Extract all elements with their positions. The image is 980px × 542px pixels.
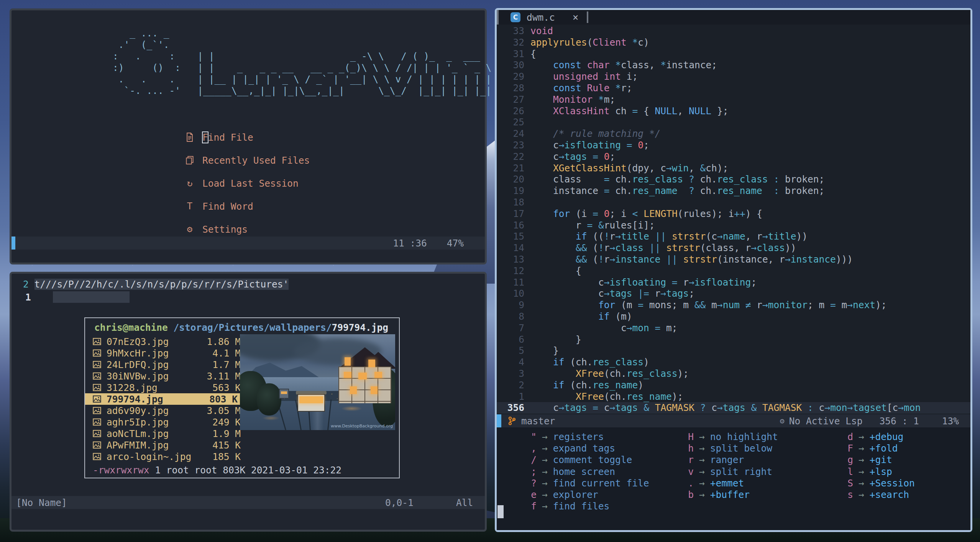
code-line: 10 c→tags |= r→tags; bbox=[497, 288, 970, 299]
tab-dwm-c[interactable]: C dwm.c × bbox=[511, 10, 588, 25]
file-row[interactable]: 30iNVBw.jpg3.11 M bbox=[85, 370, 246, 382]
lit-window bbox=[374, 372, 382, 378]
file-row[interactable]: arco-login~.jpg185 K bbox=[85, 451, 246, 462]
window-editor[interactable]: C dwm.c × 33void32applyrules(Client *c)3… bbox=[495, 8, 972, 532]
code-line: 21 XGetClassHint(dpy, c→win, &ch); bbox=[497, 163, 970, 174]
desktop: _ ... _ .' (_`'. : . : | | _ -\ \ / ( )_… bbox=[0, 0, 980, 542]
which-key-binding[interactable]: ;→home screen bbox=[512, 466, 649, 478]
line-number: 21 bbox=[497, 163, 524, 174]
tab-close-icon[interactable]: × bbox=[573, 11, 579, 23]
buffer-line-1: 1 bbox=[25, 291, 481, 304]
window-file-picker[interactable]: 2 t///s/P//2/h/c/.l/s/n/s/p/p/s/r/r/s/Pi… bbox=[10, 272, 487, 532]
line-number: 17 bbox=[497, 208, 524, 220]
image-file-icon bbox=[93, 441, 103, 449]
code-line: 14 && (!r→class || strstr(class, r→class… bbox=[497, 242, 970, 254]
code-text: applyrules(Client *c) bbox=[524, 37, 649, 48]
which-key-binding[interactable]: f→find files bbox=[512, 501, 649, 512]
which-key-binding[interactable]: F→+fold bbox=[829, 443, 915, 454]
code-text: && (!r→class || strstr(class, r→class)) bbox=[524, 242, 796, 254]
which-key-binding[interactable]: d→+debug bbox=[829, 431, 915, 443]
menu-item-label: Settings bbox=[202, 224, 248, 235]
code-line: 17 for (i = 0; i < LENGTH(rules); i++) { bbox=[497, 208, 970, 220]
binding-key: / bbox=[512, 454, 537, 466]
lsp-gear-icon: ⚙ bbox=[780, 416, 785, 425]
which-key-binding[interactable]: l→+lsp bbox=[829, 466, 915, 478]
code-text: c→tags |= r→tags; bbox=[524, 288, 694, 299]
which-key-binding[interactable]: ,→expand tags bbox=[512, 443, 649, 454]
binding-key: F bbox=[829, 443, 853, 454]
file-row[interactable]: aoNcTLm.jpg1.9 M bbox=[85, 428, 246, 439]
which-key-binding[interactable]: /→comment toggle bbox=[512, 454, 649, 466]
code-line: 24 /* rule matching */ bbox=[497, 128, 970, 140]
file-row[interactable]: ad6v90y.jpg3.05 M bbox=[85, 405, 246, 416]
file-row[interactable]: APwFMIM.jpg415 K bbox=[85, 439, 246, 451]
which-key-binding[interactable]: h→split below bbox=[669, 443, 778, 454]
gear-icon: ⚙ bbox=[184, 224, 195, 235]
line-number: 8 bbox=[497, 311, 524, 322]
which-key-binding[interactable]: r→ranger bbox=[669, 454, 778, 466]
image-file-icon bbox=[93, 383, 103, 392]
code-area[interactable]: 33void32applyrules(Client *c)31{30 const… bbox=[497, 25, 970, 414]
editor-statusline: master ⚙ No Active Lsp 356 : 1 13% bbox=[497, 414, 970, 427]
which-key-binding[interactable]: S→+Session bbox=[829, 478, 915, 489]
which-key-binding[interactable]: ?→find current file bbox=[512, 478, 649, 489]
scroll-percent: 13% bbox=[942, 416, 959, 427]
file-row[interactable]: 9hMxcHr.jpg4.1 M bbox=[85, 347, 246, 359]
file-size: 185 K bbox=[212, 451, 246, 462]
file-row[interactable]: aghr5Ip.jpg249 K bbox=[85, 416, 246, 428]
file-row[interactable]: 31228.jpg563 K bbox=[85, 382, 246, 393]
binding-key: l bbox=[829, 466, 853, 478]
menu-item-load-last-session[interactable]: ↻Load Last Session bbox=[184, 177, 310, 190]
current-code-line: 356 c→tags = c→tags & TAGMASK ? c→tags &… bbox=[497, 402, 970, 414]
line-number: 16 bbox=[497, 220, 524, 231]
tab-title: dwm.c bbox=[527, 12, 555, 23]
binding-description: +buffer bbox=[710, 489, 750, 501]
menu-item-recently-used-files[interactable]: Recently Used Files bbox=[184, 154, 310, 167]
arrow-icon: → bbox=[537, 443, 553, 454]
which-key-column-3: d→+debugF→+foldg→+gitl→+lspS→+Sessions→+… bbox=[829, 431, 915, 501]
file-name: 24LrDFQ.jpg bbox=[107, 359, 169, 370]
line-number: 33 bbox=[497, 25, 524, 37]
which-key-binding[interactable]: b→+buffer bbox=[669, 489, 778, 501]
window-lunarvim-dashboard[interactable]: _ ... _ .' (_`'. : . : | | _ -\ \ / ( )_… bbox=[10, 8, 487, 264]
code-text: XGetClassHint(dpy, c→win, &ch); bbox=[524, 163, 728, 174]
file-size: 415 K bbox=[212, 440, 246, 451]
arrow-icon: → bbox=[537, 489, 553, 501]
code-text bbox=[524, 117, 530, 128]
which-key-binding[interactable]: v→split right bbox=[669, 466, 778, 478]
binding-key: r bbox=[669, 454, 694, 466]
code-line: 7 c→mon = m; bbox=[497, 322, 970, 334]
code-text: if (ch.res_class) bbox=[524, 356, 649, 368]
image-file-icon bbox=[93, 429, 103, 438]
line-number: 19 bbox=[497, 185, 524, 197]
which-key-binding[interactable]: H→no highlight bbox=[669, 431, 778, 443]
code-text: XFree(ch.res_class); bbox=[524, 368, 689, 379]
line-number: 26 bbox=[497, 105, 524, 117]
cursor-position: 11 :36 bbox=[393, 238, 427, 249]
menu-item-find-file[interactable]: Find File bbox=[184, 131, 310, 144]
file-row[interactable]: 799794.jpg803 K bbox=[85, 393, 243, 405]
binding-description: no highlight bbox=[710, 431, 778, 443]
binding-description: +search bbox=[870, 489, 909, 501]
binding-key: g bbox=[829, 454, 853, 466]
code-text: for (m = mons; m && m→num ≠ r→monitor; m… bbox=[524, 299, 887, 311]
lsp-status: No Active Lsp bbox=[789, 416, 863, 427]
which-key-binding[interactable]: .→+emmet bbox=[669, 478, 778, 489]
which-key-binding[interactable]: g→+git bbox=[829, 454, 915, 466]
line-number: 1 bbox=[497, 391, 524, 402]
code-text bbox=[524, 197, 530, 208]
which-key-binding[interactable]: e→explorer bbox=[512, 489, 649, 501]
current-file-name: 799794.jpg bbox=[332, 322, 389, 333]
menu-item-settings[interactable]: ⚙Settings bbox=[184, 223, 310, 236]
menu-item-find-word[interactable]: TFind Word bbox=[184, 200, 310, 213]
binding-description: comment toggle bbox=[553, 454, 632, 466]
which-key-binding[interactable]: s→+search bbox=[829, 489, 915, 501]
file-row[interactable]: 07nEzQ3.jpg1.86 M bbox=[85, 336, 246, 347]
which-key-binding[interactable]: "→registers bbox=[512, 431, 649, 443]
file-row[interactable]: 24LrDFQ.jpg1.7 M bbox=[85, 359, 246, 370]
which-key-column-2: H→no highlighth→split belowr→rangerv→spl… bbox=[669, 431, 778, 501]
git-branch-name[interactable]: master bbox=[521, 416, 555, 427]
file-name: aoNcTLm.jpg bbox=[107, 428, 169, 439]
line-number: 23 bbox=[497, 140, 524, 151]
letter-t-icon: T bbox=[184, 201, 195, 212]
